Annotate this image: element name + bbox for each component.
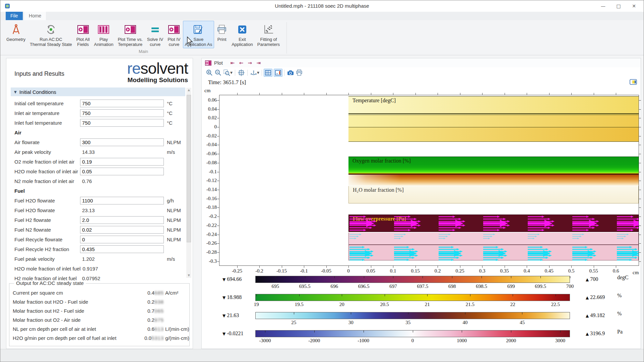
maximize-button[interactable]: □	[611, 0, 626, 12]
field-label: Fuel H2O flowrate	[10, 198, 80, 203]
colorbar-tick-label: 2000	[499, 338, 523, 344]
form-row: Inlet fuel temperature°C	[10, 118, 186, 128]
section-header-label: Initial Conditions	[19, 89, 56, 95]
tab-file[interactable]: File	[6, 12, 23, 20]
unit-label: °C	[164, 110, 186, 116]
close-button[interactable]: ✕	[626, 0, 642, 12]
plot-all-fields-button[interactable]: Plot All Fields	[74, 21, 92, 48]
colorbar-tick-mark	[334, 276, 335, 278]
field-label: Initial cell temperature	[10, 101, 80, 106]
fuel-recycle-h2-fraction-input[interactable]	[80, 245, 164, 253]
logo-subtitle: Modelling Solutions	[127, 77, 188, 83]
colorbar-tick-mark	[556, 294, 556, 296]
ribbon: Geometry Run AC:DC Thermal Steady State …	[0, 20, 644, 55]
form-row: Fuel Recycle H2 fraction	[10, 244, 186, 254]
scroll-down-icon[interactable]: ▼	[186, 273, 191, 278]
colorbar-tick-mark	[256, 294, 257, 296]
field-label: Inlet fuel temperature	[10, 120, 80, 126]
form-row: H2O mole fraction of inlet air	[10, 167, 186, 176]
colorbar-tick-label: 40	[453, 320, 477, 325]
scroll-up-icon[interactable]: ▲	[186, 88, 191, 93]
unit-label: L/(min·cm)	[164, 326, 189, 332]
output-label: NL per cm depth per cell of air at inlet	[9, 326, 147, 332]
colorbar-tick-label: 21	[415, 302, 439, 307]
plot-window-icon	[125, 22, 136, 37]
form-scrollbar[interactable]: ▲ ▼	[186, 88, 191, 278]
inlet-fuel-temperature-input[interactable]	[80, 119, 164, 127]
colorbar-tick-label: 699	[499, 284, 523, 289]
nl-per-cm-depth-per-cell-of-air-at-inlet-value: 0.6613 L/(min·cm)	[147, 326, 189, 332]
tab-home[interactable]: Home	[24, 12, 46, 20]
fuel-recycle-flowrate-input[interactable]	[80, 236, 164, 243]
scrollbar-thumb[interactable]	[187, 95, 191, 242]
output-label: H2O g/min per cm depth per cell of fuel …	[9, 335, 144, 341]
run-acdc-button[interactable]: Run AC:DC Thermal Steady State	[28, 21, 74, 48]
h2o-g-min-per-cm-depth-per-cell-of-fuel-at-inlet-value: 0.05313 g/(min·cm)	[144, 335, 189, 341]
fuel-n2-flowrate-input[interactable]	[80, 226, 164, 234]
colorbar-tick-label: 22	[501, 302, 524, 307]
max-value: 700	[590, 276, 598, 282]
fitting-of-parameters-button[interactable]: Fitting of Parameters	[255, 21, 282, 48]
solve-iv-curve-button[interactable]: Solve IV curve	[145, 21, 165, 48]
logo-part1: re	[127, 59, 140, 77]
colorbar-tick-mark	[413, 330, 413, 333]
plot-iv-curve-button[interactable]: Plot IV curve	[166, 21, 182, 48]
fuel-h2-flowrate-input[interactable]	[80, 216, 164, 224]
colorbar-tick-mark	[423, 276, 423, 278]
h2o-mole-fraction-of-inlet-air-input[interactable]	[80, 168, 164, 175]
resolvent-logo: resolvent Modelling Solutions	[127, 60, 188, 83]
form-row: Fuel H2O flowrate23.13NLPM	[10, 205, 186, 215]
colorbar-tick-mark	[342, 294, 342, 296]
max-marker-icon: ▲	[586, 295, 589, 300]
temperature-colorbar	[255, 276, 570, 283]
output-row: Molar fraction out O2 - Air side0.2975	[9, 315, 189, 324]
colorbar-tick-mark	[393, 276, 393, 278]
temperature-colorbar-max: ▲ 700	[586, 276, 598, 282]
unit-label: g/h	[164, 198, 186, 203]
colorbar-tick-mark	[364, 276, 364, 278]
output-label: Current per square cm	[9, 290, 147, 296]
play-animation-button[interactable]: Play Animation	[92, 21, 116, 48]
colorbar-tick-label: 19	[245, 302, 268, 307]
air-flowrate-input[interactable]	[80, 138, 164, 146]
oxygen-colorbar-min: ▼ 18.988	[222, 294, 242, 300]
fuel-h2o-flowrate-input[interactable]	[80, 197, 164, 204]
colorbar-tick-label: 45	[510, 320, 534, 325]
save-icon	[193, 22, 204, 37]
initial-conditions-section-header[interactable]: ▼ Initial Conditions	[11, 87, 185, 96]
temperature-colorbar-unit: degC	[617, 275, 629, 281]
value-prefix: 0.6	[147, 326, 154, 332]
plot-time-vs-temperature-button[interactable]: Plot Time vs. Temperature	[116, 21, 144, 48]
film-strip-icon	[98, 22, 109, 37]
application-window: Untitled.mph - 211108 soec 2D multiphase…	[0, 0, 644, 362]
minimize-button[interactable]: —	[595, 0, 611, 12]
air-peak-velocity-value: 14.33	[80, 149, 164, 155]
form-row: N2 mole fraction of inlet air0.76	[10, 176, 186, 186]
colorbar-tick-mark	[511, 330, 511, 333]
colorbars: ▼ 694.66695695.5696696.5697697.5698698.5…	[202, 58, 641, 349]
min-value: -0.0221	[227, 330, 243, 336]
molar-fraction-out-h2-fuel-side-value: 0.7065	[147, 308, 164, 314]
panel-title: Inputs and Results	[14, 70, 64, 77]
o2-mole-fraction-of-inlet-air-input[interactable]	[80, 158, 164, 166]
geometry-button[interactable]: Geometry	[4, 21, 27, 43]
value-redacted: 065	[154, 308, 164, 314]
inlet-air-temperature-input[interactable]	[80, 109, 164, 117]
field-label: Fuel Recycle flowrate	[10, 237, 80, 242]
unit-label: NLPM	[164, 237, 186, 242]
oxygen-colorbar-max: ▲ 22.669	[586, 294, 605, 300]
initial-cell-temperature-input[interactable]	[80, 100, 164, 107]
oxygen-colorbar	[255, 294, 570, 301]
print-button[interactable]: Print	[214, 21, 229, 43]
h2o-colorbar-min: ▼ 21.63	[222, 312, 239, 318]
colorbar-tick-label: 695	[264, 284, 287, 289]
field-label: Fuel peak velocity	[10, 256, 80, 262]
unit-label: °C	[164, 120, 186, 126]
exit-application-button[interactable]: Exit Application	[230, 21, 255, 48]
h2-mole-fraction-of-inlet-fuel-value: 0.07952	[80, 276, 164, 281]
h2o-colorbar	[255, 312, 570, 319]
colorbar-tick-mark	[481, 276, 482, 278]
colorbar-tick-label: 699.5	[529, 284, 552, 289]
form-row: Fuel N2 flowrateNLPM	[10, 225, 186, 235]
form-row: Inlet air temperature°C	[10, 108, 186, 118]
